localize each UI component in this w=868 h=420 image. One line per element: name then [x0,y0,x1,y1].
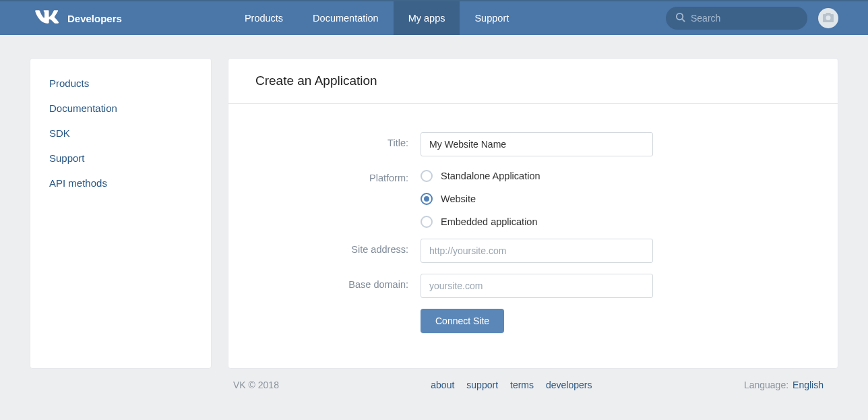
radio-website[interactable]: Website [421,193,653,205]
radio-standalone[interactable]: Standalone Application [421,170,653,182]
radio-label: Website [441,193,476,204]
nav-products[interactable]: Products [230,1,298,35]
avatar[interactable] [818,8,838,28]
search-input[interactable] [691,13,798,24]
search-box[interactable] [666,7,807,30]
page-title: Create an Application [255,73,811,88]
platform-radio-group: Standalone Application Website Embedded … [421,167,653,228]
sidebar: Products Documentation SDK Support API m… [30,58,212,369]
title-label: Title: [228,132,421,148]
radio-label: Standalone Application [441,171,540,181]
brand-title: Developers [67,13,122,24]
footer-links: about support terms developers [431,380,592,390]
sidebar-item-products[interactable]: Products [30,71,211,96]
create-app-form: Title: Platform: Standalone Application … [228,104,838,368]
base-domain-label: Base domain: [228,274,421,290]
brand[interactable]: Developers [35,10,122,27]
camera-icon [823,13,834,24]
svg-point-0 [677,13,683,20]
site-address-label: Site address: [228,239,421,255]
radio-icon [421,193,433,205]
sidebar-item-api-methods[interactable]: API methods [30,171,211,196]
main-panel: Create an Application Title: Platform: S… [228,58,838,369]
svg-line-1 [682,19,685,22]
page-container: Products Documentation SDK Support API m… [30,35,838,369]
footer-language-label: Language: [744,380,788,390]
nav-documentation[interactable]: Documentation [298,1,394,35]
radio-icon [421,170,433,182]
footer-link-support[interactable]: support [466,380,498,390]
footer-copyright: VK © 2018 [233,380,279,390]
footer-language-value[interactable]: English [793,380,824,390]
main-header: Create an Application [228,59,838,104]
footer-link-terms[interactable]: terms [510,380,534,390]
search-icon [675,12,685,24]
vk-logo-icon [35,10,59,27]
footer-link-developers[interactable]: developers [546,380,592,390]
top-nav: Products Documentation My apps Support [230,1,524,35]
nav-support[interactable]: Support [460,1,524,35]
sidebar-item-support[interactable]: Support [30,146,211,171]
top-header: Developers Products Documentation My app… [0,0,868,35]
site-address-input[interactable] [421,239,653,263]
radio-icon [421,216,433,228]
connect-site-button[interactable]: Connect Site [421,309,504,333]
sidebar-item-documentation[interactable]: Documentation [30,96,211,121]
radio-embedded[interactable]: Embedded application [421,216,653,228]
title-input[interactable] [421,132,653,156]
sidebar-item-sdk[interactable]: SDK [30,121,211,146]
radio-label: Embedded application [441,216,538,227]
base-domain-input[interactable] [421,274,653,298]
platform-label: Platform: [228,167,421,183]
nav-my-apps[interactable]: My apps [394,1,460,35]
footer: VK © 2018 about support terms developers… [225,369,832,390]
footer-link-about[interactable]: about [431,380,454,390]
